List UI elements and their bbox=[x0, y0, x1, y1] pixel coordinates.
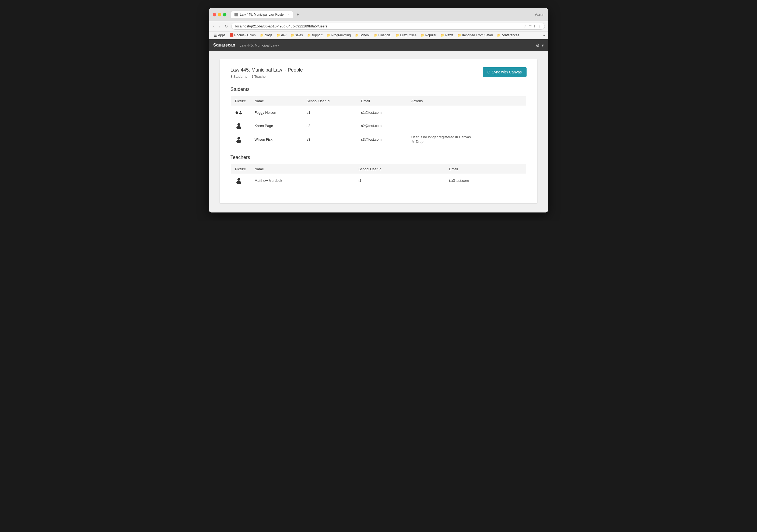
students-section-title: Students bbox=[230, 87, 527, 92]
folder-icon: 📁 bbox=[307, 34, 311, 37]
students-section: Students Picture Name School User Id Ema… bbox=[230, 87, 527, 147]
person-icon bbox=[235, 136, 243, 143]
back-button[interactable]: ‹ bbox=[212, 23, 216, 29]
bookmark-school[interactable]: 📁 School bbox=[353, 33, 372, 38]
bookmark-imported-from-safari[interactable]: 📁 Imported From Safari bbox=[456, 33, 495, 38]
sync-with-canvas-button[interactable]: C Sync with Canvas bbox=[483, 67, 527, 77]
bookmark-blogs[interactable]: 📁 blogs bbox=[258, 33, 274, 38]
bookmark-brazil2014-label: Brazil 2014 bbox=[400, 33, 416, 37]
url-icons: ☆ 🛡 ⬇ ⋮ bbox=[524, 24, 541, 28]
bookmark-school-label: School bbox=[360, 33, 370, 37]
breadcrumb-course-link[interactable]: Law 445: Municipal Law bbox=[230, 67, 282, 73]
student-school-user-id: s3 bbox=[302, 132, 357, 147]
svg-point-1 bbox=[239, 113, 242, 114]
teachers-section-title: Teachers bbox=[230, 154, 527, 160]
col-school-user-id: School User Id bbox=[354, 164, 445, 174]
col-school-user-id: School User Id bbox=[302, 96, 357, 106]
bookmark-financial[interactable]: 📁 Financial bbox=[372, 33, 393, 38]
svg-point-4 bbox=[237, 137, 240, 140]
svg-point-2 bbox=[237, 123, 240, 126]
teacher-email: t1@test.com bbox=[445, 174, 526, 187]
fullscreen-button[interactable] bbox=[223, 13, 227, 16]
folder-icon: 📁 bbox=[327, 34, 331, 37]
teachers-table-header: Picture Name School User Id Email bbox=[231, 164, 527, 174]
bookmark-sales[interactable]: 📁 sales bbox=[289, 33, 305, 38]
students-table-header: Picture Name School User Id Email Action… bbox=[231, 96, 527, 106]
tab-close-button[interactable]: × bbox=[288, 13, 290, 16]
bookmark-icon: ☆ bbox=[524, 24, 527, 28]
bookmark-popular[interactable]: 📁 Popular bbox=[419, 33, 438, 38]
apps-grid-icon bbox=[214, 34, 217, 37]
url-text: localhost/g/215baf66-ab16-495b-846c-d922… bbox=[235, 24, 522, 28]
svg-point-6 bbox=[237, 178, 240, 181]
bookmark-conferences[interactable]: 📁 conferences bbox=[495, 33, 521, 38]
folder-icon: 📁 bbox=[355, 34, 359, 37]
table-row: Karen Page s2 s2@test.com bbox=[231, 119, 527, 132]
bookmarks-bar: Apps U Rooms / Union 📁 blogs 📁 dev 📁 sal… bbox=[209, 32, 548, 39]
header-dropdown-button[interactable]: ▾ bbox=[542, 43, 544, 48]
active-tab[interactable]: Law 445: Municipal Law Roste... × bbox=[231, 11, 293, 18]
students-header-row: Picture Name School User Id Email Action… bbox=[231, 96, 527, 106]
teachers-header-row: Picture Name School User Id Email bbox=[231, 164, 527, 174]
teachers-count: 1 Teacher bbox=[252, 74, 267, 78]
browser-window: Law 445: Municipal Law Roste... × + Aaro… bbox=[209, 8, 548, 212]
bookmark-dev[interactable]: 📁 dev bbox=[275, 33, 288, 38]
settings-button[interactable]: ⚙ bbox=[536, 43, 539, 48]
close-button[interactable] bbox=[213, 13, 216, 16]
student-email: s1@test.com bbox=[357, 106, 407, 119]
forward-button[interactable]: › bbox=[218, 23, 221, 29]
col-email: Email bbox=[357, 96, 407, 106]
student-school-user-id: s2 bbox=[302, 119, 357, 132]
bookmark-brazil2014[interactable]: 📁 Brazil 2014 bbox=[394, 33, 418, 38]
new-tab-button[interactable]: + bbox=[294, 11, 301, 18]
folder-icon: 📁 bbox=[396, 34, 400, 37]
student-picture-cell bbox=[231, 132, 250, 147]
bookmarks-more[interactable]: » bbox=[543, 33, 545, 37]
page-card: Law 445: Municipal Law › People 3 Studen… bbox=[220, 59, 537, 203]
student-name: Foggy Nelson bbox=[250, 106, 302, 119]
table-row: ● Foggy Nelson s1 s1@test.com bbox=[231, 106, 527, 119]
table-row: Wilson Fisk s3 s3@test.com User is no lo… bbox=[231, 132, 527, 147]
tab-favicon bbox=[234, 13, 238, 16]
bookmark-support[interactable]: 📁 support bbox=[305, 33, 324, 38]
bookmark-apps[interactable]: Apps bbox=[212, 33, 227, 38]
reload-button[interactable]: ↻ bbox=[224, 23, 229, 29]
teachers-table: Picture Name School User Id Email bbox=[230, 164, 527, 187]
drop-button[interactable]: 🗑 Drop bbox=[411, 140, 522, 144]
download-icon: ⬇ bbox=[533, 24, 536, 28]
folder-icon: 📁 bbox=[458, 34, 461, 37]
tab-title: Law 445: Municipal Law Roste... bbox=[240, 13, 287, 16]
svg-point-0 bbox=[240, 111, 241, 112]
svg-point-5 bbox=[236, 140, 241, 143]
address-bar: ‹ › ↻ localhost/g/215baf66-ab16-495b-846… bbox=[209, 21, 548, 32]
table-row: Matthew Murdock t1 t1@test.com bbox=[231, 174, 527, 187]
teacher-name: Matthew Murdock bbox=[250, 174, 354, 187]
canvas-warning-text: User is no longer registered in Canvas. bbox=[411, 135, 522, 139]
bookmark-popular-label: Popular bbox=[425, 33, 437, 37]
bookmark-support-label: support bbox=[312, 33, 322, 37]
col-name: Name bbox=[250, 96, 302, 106]
col-name: Name bbox=[250, 164, 354, 174]
person-icon bbox=[238, 109, 243, 116]
student-name: Wilson Fisk bbox=[250, 132, 302, 147]
minimize-button[interactable] bbox=[218, 13, 221, 16]
course-name: Law 445: Municipal Law bbox=[240, 43, 277, 47]
col-email: Email bbox=[445, 164, 526, 174]
col-picture: Picture bbox=[231, 164, 250, 174]
course-selector[interactable]: Law 445: Municipal Law ▾ bbox=[240, 43, 280, 47]
sync-icon: C bbox=[488, 70, 490, 74]
shield-icon: 🛡 bbox=[529, 24, 532, 28]
student-picture-cell bbox=[231, 119, 250, 132]
bookmark-news[interactable]: 📁 News bbox=[439, 33, 455, 38]
students-table-body: ● Foggy Nelson s1 s1@test.com bbox=[231, 106, 527, 147]
bookmark-programming[interactable]: 📁 Programming bbox=[325, 33, 353, 38]
url-bar[interactable]: localhost/g/215baf66-ab16-495b-846c-d922… bbox=[231, 23, 545, 30]
course-dropdown-arrow: ▾ bbox=[278, 44, 280, 47]
student-actions bbox=[407, 119, 527, 132]
bookmark-sales-label: sales bbox=[295, 33, 303, 37]
bookmark-rooms-union[interactable]: U Rooms / Union bbox=[228, 33, 257, 38]
page-meta: 3 Students 1 Teacher bbox=[230, 74, 303, 78]
page-title-section: Law 445: Municipal Law › People 3 Studen… bbox=[230, 67, 303, 78]
student-name: Karen Page bbox=[250, 119, 302, 132]
bookmark-news-label: News bbox=[445, 33, 453, 37]
